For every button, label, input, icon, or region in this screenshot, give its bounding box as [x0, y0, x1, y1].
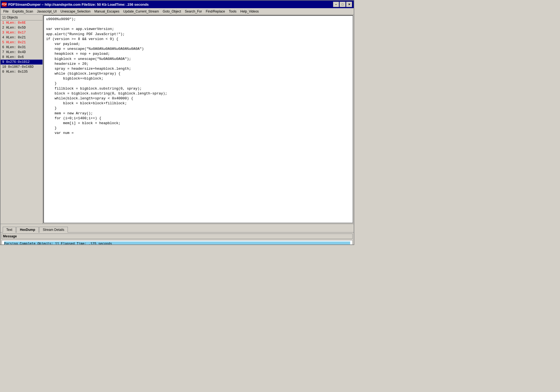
- title-text: PDFStreamDumper – http://sandsprite.com …: [8, 2, 149, 7]
- menu-item-tools[interactable]: Tools: [227, 9, 238, 14]
- menu-item-exploits-scan[interactable]: Exploits_Scan: [11, 9, 35, 14]
- object-item-5[interactable]: 6 HLen: 0x31: [1, 45, 43, 50]
- message-line: Parsing Complete Objects: 11 Elapsed Tim…: [4, 241, 350, 245]
- object-item-7[interactable]: 8 HLen: 0x6: [1, 55, 43, 60]
- tab-stream-details[interactable]: Stream Details: [39, 227, 68, 232]
- tab-row: TextHexDumpStream Details: [1, 224, 354, 232]
- object-item-3[interactable]: 4 HLen: 0x21: [1, 35, 43, 40]
- message-panel: Message Parsing Complete Objects: 11 Ela…: [1, 232, 354, 245]
- menu-item-find-replace[interactable]: Find/Replace: [204, 9, 227, 14]
- object-item-6[interactable]: 7 HLen: 0x4D: [1, 50, 43, 55]
- bottom-area: TextHexDumpStream Details Message Parsin…: [1, 224, 354, 245]
- menu-item-update-current-stream[interactable]: Update_Current_Stream: [122, 9, 161, 14]
- app-icon: PDF: [2, 2, 7, 7]
- object-item-8[interactable]: 9 0x276-0x1012: [1, 60, 43, 65]
- message-title: Message: [2, 234, 353, 239]
- menu-item-unescape-selection[interactable]: Unescape_Selection: [59, 9, 92, 14]
- left-panel: 11 Objects 1 HLen: 0x6E2 HLen: 0x5D3 HLe…: [1, 15, 43, 224]
- object-item-2[interactable]: 3 HLen: 0x17: [1, 30, 43, 35]
- close-button[interactable]: ✕: [346, 2, 352, 7]
- code-content[interactable]: u9008%u9090"); var version = app.viewerV…: [44, 16, 353, 223]
- menu-item-help-videos[interactable]: Help_Videos: [239, 9, 261, 14]
- object-item-4[interactable]: 5 HLen: 0x21: [1, 40, 43, 45]
- menu-item-search-for[interactable]: Search_For: [183, 9, 204, 14]
- title-buttons: – □ ✕: [333, 2, 352, 7]
- objects-header: 11 Objects: [1, 15, 43, 20]
- object-item-9[interactable]: 10 0x1067-0xC4BD: [1, 65, 43, 69]
- menu-item-goto-object[interactable]: Goto_Object: [161, 9, 183, 14]
- object-item-10[interactable]: 0 HLen: 0x135: [1, 69, 43, 74]
- menu-item-javascript-ui[interactable]: Javascript_UI: [35, 9, 58, 14]
- tab-text[interactable]: Text: [3, 227, 16, 232]
- menu-item-file[interactable]: File: [2, 9, 10, 14]
- menu-item-manual-escapes[interactable]: Manual_Escapes: [93, 9, 121, 14]
- code-panel: u9008%u9090"); var version = app.viewerV…: [43, 15, 353, 223]
- menu-bar: FileExploits_ScanJavascript_UIUnescape_S…: [1, 8, 354, 15]
- minimize-button[interactable]: –: [333, 2, 339, 7]
- maximize-button[interactable]: □: [340, 2, 346, 7]
- title-left: PDF PDFStreamDumper – http://sandsprite.…: [2, 2, 149, 7]
- main-area: 11 Objects 1 HLen: 0x6E2 HLen: 0x5D3 HLe…: [1, 15, 354, 224]
- object-item-1[interactable]: 2 HLen: 0x5D: [1, 25, 43, 30]
- tab-hexdump[interactable]: HexDump: [16, 227, 39, 232]
- object-item-0[interactable]: 1 HLen: 0x6E: [1, 20, 43, 25]
- title-bar: PDF PDFStreamDumper – http://sandsprite.…: [1, 1, 354, 8]
- message-box: Parsing Complete Objects: 11 Elapsed Tim…: [2, 240, 353, 245]
